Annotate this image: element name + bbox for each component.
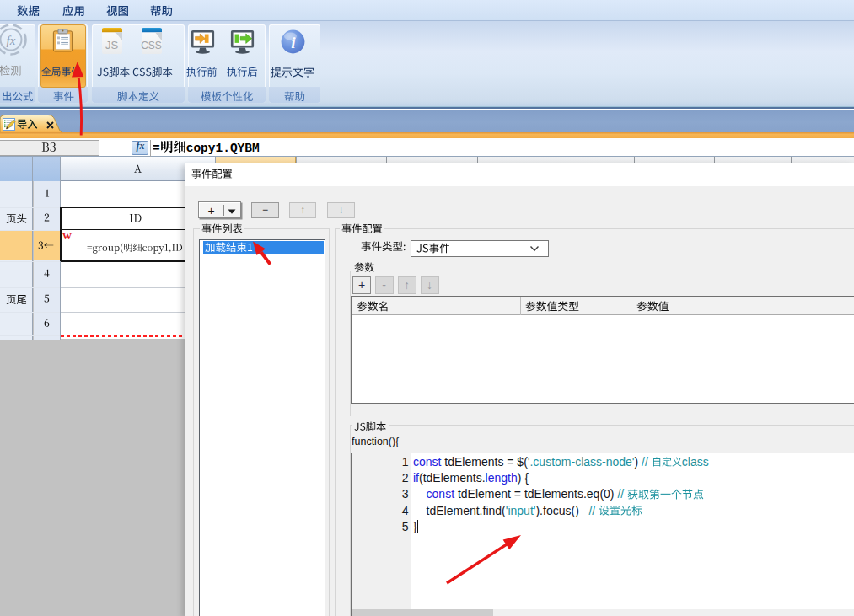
svg-text:CSS: CSS: [141, 40, 162, 51]
svg-text:i: i: [291, 34, 296, 51]
svg-text:JS: JS: [105, 39, 119, 51]
svg-text:fx: fx: [7, 34, 16, 47]
